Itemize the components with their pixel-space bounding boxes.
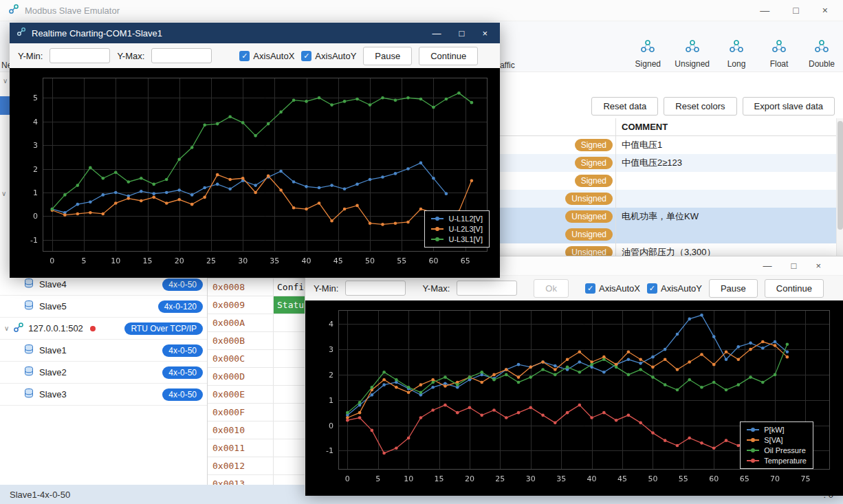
chart1-titlebar: Realtime Charting-COM1-Slave1 — □ ×: [10, 23, 500, 43]
pause-button[interactable]: Pause: [363, 47, 412, 65]
chart1-window-controls: — □ ×: [433, 28, 493, 39]
float-format-icon: [771, 38, 787, 57]
comment-cell: [615, 226, 836, 243]
app-root: Modbus Slave Emulator — □ × New Traffic …: [0, 0, 843, 504]
register-address: 0x000C: [208, 350, 273, 367]
checkbox-checked-icon: ✓: [301, 51, 311, 61]
ok-button[interactable]: Ok: [534, 279, 569, 298]
format-button-label: Double: [809, 59, 835, 69]
address-row[interactable]: 0x0008 Config: [208, 278, 316, 296]
register-address: 0x0008: [208, 278, 273, 296]
maximize-icon[interactable]: □: [793, 5, 798, 16]
window-title: Modbus Slave Emulator: [25, 6, 120, 16]
checkbox-checked-icon: ✓: [239, 51, 250, 61]
register-address: 0x000D: [208, 368, 273, 385]
register-address: 0x000B: [208, 332, 273, 349]
address-row[interactable]: 0x000E: [208, 386, 316, 404]
address-row[interactable]: 0x0010: [208, 421, 316, 439]
axis-auto-x-label: AxisAutoX: [253, 51, 294, 61]
sidebar-item-label: Slave4: [39, 279, 67, 289]
register-address: 0x0012: [208, 457, 273, 474]
series-marker-icon: [431, 218, 444, 219]
address-row[interactable]: 0x000B: [208, 332, 316, 350]
chart2-toolbar: Y-Min: Y-Max: Ok ✓ AxisAutoX ✓ AxisAutoY…: [305, 276, 843, 300]
scrollbar-thumb[interactable]: [837, 121, 843, 230]
sidebar-item-connection[interactable]: ∨ 127.0.0.1:502 RTU Over TCP/IP: [0, 318, 207, 340]
axis-auto-y-label: AxisAutoY: [661, 283, 702, 294]
address-row[interactable]: 0x0009 Status: [208, 296, 316, 314]
reset-colors-button[interactable]: Reset colors: [664, 97, 736, 116]
chevron-down-icon[interactable]: ∨: [4, 325, 9, 332]
legend-item: P[kW]: [747, 426, 807, 434]
app-logo-icon: [8, 3, 19, 17]
address-row[interactable]: 0x0012: [208, 457, 316, 475]
chart2-window-controls: — □ ×: [763, 261, 836, 271]
chevron-down-icon[interactable]: ∨: [1, 190, 6, 197]
close-icon[interactable]: ×: [822, 5, 828, 16]
type-badge: Signed: [575, 139, 613, 151]
minimize-icon[interactable]: —: [763, 261, 772, 271]
format-button-float[interactable]: Float: [763, 38, 795, 69]
double-format-icon: [813, 38, 830, 57]
signed-format-icon: [639, 38, 656, 57]
minimize-icon[interactable]: —: [760, 5, 769, 16]
register-range-badge: 4x-0-50: [162, 388, 203, 401]
legend-item: Oil Pressure: [747, 446, 807, 454]
sidebar-item-label: Slave1: [39, 345, 67, 355]
address-row[interactable]: 0x000A: [208, 314, 316, 332]
address-row[interactable]: 0x000D: [208, 368, 316, 386]
ymax-input[interactable]: [457, 281, 517, 296]
ymax-input[interactable]: [151, 48, 212, 63]
main-window-controls: — □ ×: [760, 5, 835, 16]
address-row[interactable]: 0x000C: [208, 350, 316, 368]
sidebar-item-slave1[interactable]: Slave1 4x-0-50: [0, 340, 207, 362]
ymin-input[interactable]: [345, 281, 406, 296]
axis-auto-y-checkbox[interactable]: ✓ AxisAutoY: [647, 283, 702, 294]
register-range-badge: 4x-0-50: [162, 344, 203, 357]
axis-auto-y-label: AxisAutoY: [315, 51, 356, 61]
register-address: 0x000A: [208, 314, 273, 331]
close-icon[interactable]: ×: [815, 261, 821, 271]
maximize-icon[interactable]: □: [791, 261, 797, 271]
chart2-plot-area: P[kW] S[VA] Oil Pressure Temperature: [305, 300, 843, 496]
sidebar-item-slave5[interactable]: Slave5 4x-0-120: [0, 296, 207, 318]
ymin-label: Y-Min:: [18, 51, 43, 61]
axis-auto-y-checkbox[interactable]: ✓ AxisAutoY: [301, 51, 356, 61]
slave-icon: [23, 278, 34, 291]
format-button-unsigned[interactable]: Unsigned: [675, 38, 710, 69]
reset-data-button[interactable]: Reset data: [591, 97, 658, 116]
checkbox-checked-icon: ✓: [585, 283, 595, 294]
sidebar-item-slave2[interactable]: Slave2 4x-0-50: [0, 362, 207, 384]
minimize-icon[interactable]: —: [433, 28, 441, 39]
format-button-signed[interactable]: Signed: [632, 38, 664, 69]
export-slave-data-button[interactable]: Export slave data: [743, 97, 835, 116]
slave-icon: [23, 300, 34, 313]
type-badge: Signed: [575, 157, 613, 169]
chevron-down-icon[interactable]: ∨: [3, 78, 8, 85]
chart2-legend: P[kW] S[VA] Oil Pressure Temperature: [740, 421, 813, 469]
close-icon[interactable]: ×: [482, 28, 488, 39]
comment-column-header: COMMENT: [615, 118, 836, 135]
address-row[interactable]: 0x000F: [208, 404, 316, 421]
online-status-dot: [90, 326, 96, 331]
chart1-legend: U-L1L2[V] U-L2L3[V] U-L3L1[V]: [424, 210, 490, 248]
slave-icon: [23, 366, 34, 379]
sidebar-item-label: Slave3: [39, 389, 67, 399]
continue-button[interactable]: Continue: [419, 47, 478, 65]
sidebar-item-slave3[interactable]: Slave3 4x-0-50: [0, 384, 207, 406]
axis-auto-x-checkbox[interactable]: ✓ AxisAutoX: [239, 51, 294, 61]
pause-button[interactable]: Pause: [709, 279, 758, 298]
status-selected-slave: Slave1-4x-0-50: [10, 490, 70, 500]
format-button-long[interactable]: Long: [721, 38, 752, 69]
maximize-icon[interactable]: □: [459, 28, 465, 39]
register-address: 0x0010: [208, 421, 273, 439]
format-button-double[interactable]: Double: [806, 38, 837, 69]
ymin-input[interactable]: [50, 48, 110, 63]
continue-button[interactable]: Continue: [765, 279, 824, 298]
series-marker-icon: [747, 429, 759, 430]
register-range-badge: 4x-0-50: [162, 366, 203, 379]
register-address-list: 0x0008 Config 0x0009 Status 0x000A 0x000…: [208, 278, 316, 493]
axis-auto-x-checkbox[interactable]: ✓ AxisAutoX: [585, 283, 640, 294]
address-row[interactable]: 0x0011: [208, 439, 316, 457]
chart-window-icon: [17, 27, 26, 39]
